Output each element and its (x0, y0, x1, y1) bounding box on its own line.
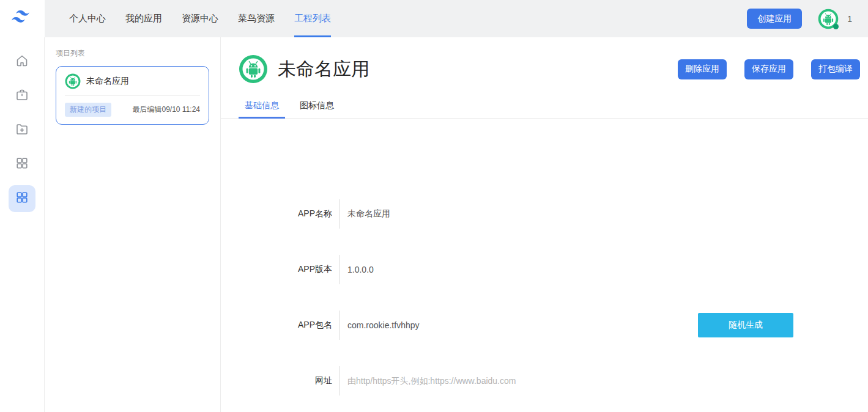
field-separator (339, 311, 340, 340)
delete-app-button[interactable]: 删除应用 (678, 59, 727, 79)
topbar: 个人中心 我的应用 资源中心 菜鸟资源 工程列表 创建应用 (0, 0, 868, 37)
folder-plus-icon (15, 122, 29, 139)
project-status-badge: 新建的项目 (65, 103, 111, 117)
header-actions: 删除应用 保存应用 打包编译 (678, 59, 860, 79)
main-content: 未命名应用 删除应用 保存应用 打包编译 基础信息 图标信息 APP名称 (221, 37, 868, 412)
save-app-button[interactable]: 保存应用 (744, 59, 793, 79)
app-package-input[interactable] (347, 320, 641, 330)
field-separator (339, 255, 340, 284)
nav-item-personal-center[interactable]: 个人中心 (69, 0, 106, 37)
nav-label: 资源中心 (182, 13, 218, 24)
wave-logo-icon (12, 10, 34, 28)
home-icon (15, 53, 29, 70)
nav-item-my-apps[interactable]: 我的应用 (125, 0, 162, 37)
project-card-footer: 新建的项目 最后编辑09/10 11:24 (65, 103, 200, 117)
app-version-input[interactable] (347, 265, 868, 274)
sidebar-item-home[interactable] (9, 48, 35, 75)
sidebar-item-apps[interactable] (9, 151, 35, 178)
app-name-input[interactable] (347, 209, 868, 219)
main-header: 未命名应用 删除应用 保存应用 打包编译 (221, 37, 868, 84)
nav-item-resource-center[interactable]: 资源中心 (182, 0, 218, 37)
topbar-right: 创建应用 (747, 0, 868, 37)
nav-item-project-list[interactable]: 工程列表 (294, 0, 331, 37)
sidebar-item-workspace[interactable] (9, 83, 35, 109)
user-avatar[interactable] (818, 9, 839, 29)
grid-icon (15, 156, 29, 173)
app-name-label: APP名称 (221, 208, 339, 219)
logo[interactable] (0, 0, 45, 37)
project-list-title: 项目列表 (56, 48, 209, 59)
status-dot (833, 24, 839, 29)
url-input[interactable] (347, 376, 868, 386)
nav-label: 我的应用 (125, 13, 162, 24)
project-card[interactable]: 未命名应用 新建的项目 最后编辑09/10 11:24 (56, 66, 209, 125)
top-navigation: 个人中心 我的应用 资源中心 菜鸟资源 工程列表 (45, 0, 331, 37)
package-compile-button[interactable]: 打包编译 (811, 59, 860, 79)
page-title: 未命名应用 (278, 57, 369, 82)
random-generate-button[interactable]: 随机生成 (698, 313, 793, 337)
tab-basic-info[interactable]: 基础信息 (239, 94, 285, 119)
nav-label: 个人中心 (69, 13, 106, 24)
card-divider (65, 95, 200, 96)
project-card-header: 未命名应用 (65, 73, 200, 89)
app-version-label: APP版本 (221, 264, 339, 275)
body: 项目列表 (0, 37, 868, 412)
form-row-app-version: APP版本 (221, 255, 868, 284)
field-separator (339, 199, 340, 229)
form-row-url: 网址 (221, 366, 868, 395)
username: 1 (847, 14, 852, 24)
sidebar (0, 37, 45, 412)
nav-label: 菜鸟资源 (238, 13, 275, 24)
create-app-button[interactable]: 创建应用 (747, 9, 802, 29)
app-identity: 未命名应用 (239, 54, 369, 84)
field-separator (339, 366, 340, 395)
form-row-app-name: APP名称 (221, 199, 868, 229)
tab-bar: 基础信息 图标信息 (221, 94, 868, 119)
briefcase-icon (15, 87, 29, 105)
nav-item-rookie-resources[interactable]: 菜鸟资源 (238, 0, 275, 37)
app-package-label: APP包名 (221, 320, 339, 331)
sidebar-item-new-project[interactable] (9, 117, 35, 144)
grid-icon (15, 190, 29, 207)
android-avatar-icon (65, 73, 81, 89)
url-label: 网址 (221, 375, 339, 386)
android-avatar-icon (239, 54, 268, 84)
sidebar-item-projects[interactable] (9, 185, 35, 212)
tab-icon-info[interactable]: 图标信息 (294, 94, 340, 119)
project-name: 未命名应用 (86, 76, 129, 87)
project-list-panel: 项目列表 (45, 37, 221, 412)
nav-label: 工程列表 (294, 13, 331, 24)
form-row-app-package: APP包名 随机生成 (221, 311, 868, 340)
basic-info-form: APP名称 APP版本 APP包名 随机生成 网址 (221, 199, 868, 412)
last-edited-time: 最后编辑09/10 11:24 (132, 105, 200, 115)
page: 个人中心 我的应用 资源中心 菜鸟资源 工程列表 创建应用 (0, 0, 868, 412)
